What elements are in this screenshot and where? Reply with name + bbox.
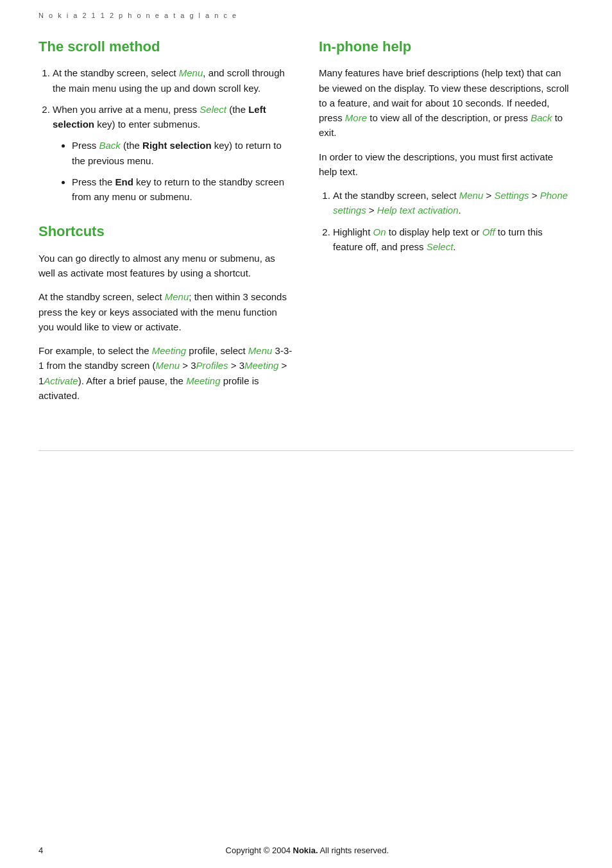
profiles-link: Profiles	[196, 360, 228, 371]
meeting-link-3: Meeting	[186, 375, 220, 386]
inphone-list-item-2: Highlight On to display help text or Off…	[333, 225, 574, 255]
shortcuts-title: Shortcuts	[38, 223, 293, 240]
shortcuts-section: Shortcuts You can go directly to almost …	[38, 223, 293, 403]
left-selection-label: Left selection	[53, 104, 266, 130]
inphone-para-1: Many features have brief descriptions (h…	[319, 65, 574, 140]
scroll-sublist-item-1: Press Back (the Right selection key) to …	[72, 138, 293, 168]
settings-link: Settings	[494, 190, 529, 201]
nokia-bold: Nokia.	[293, 846, 318, 855]
footer-divider	[38, 450, 574, 451]
select-link-2: Select	[427, 241, 454, 252]
page-header: N o k i a 2 1 1 2 p h o n e a t a g l a …	[0, 0, 612, 26]
meeting-link-2: Meeting	[244, 360, 278, 371]
end-key-label: End	[115, 176, 133, 187]
header-text: N o k i a 2 1 1 2 p h o n e a t a g l a …	[38, 12, 238, 19]
menu-link-5: Menu	[459, 190, 484, 201]
footer-right-spacer	[571, 846, 574, 855]
back-link-1: Back	[99, 140, 121, 151]
page-number: 4	[38, 846, 43, 855]
shortcuts-para-2: At the standby screen, select Menu; then…	[38, 289, 293, 334]
scroll-list-item-1: At the standby screen, select Menu, and …	[53, 65, 293, 96]
inphone-para-2: In order to view the descriptions, you m…	[319, 149, 574, 180]
scroll-method-list: At the standby screen, select Menu, and …	[53, 65, 293, 204]
back-link-2: Back	[531, 112, 552, 123]
activate-link: Activate	[44, 375, 78, 386]
inphone-list: At the standby screen, select Menu > Set…	[333, 188, 574, 254]
scroll-list-item-2: When you arrive at a menu, press Select …	[53, 102, 293, 205]
scroll-sublist-item-2: Press the End key to return to the stand…	[72, 174, 293, 205]
shortcuts-para-3: For example, to select the Meeting profi…	[38, 343, 293, 403]
scroll-sublist: Press Back (the Right selection key) to …	[72, 138, 293, 204]
shortcuts-para-1: You can go directly to almost any menu o…	[38, 251, 293, 281]
right-column: In-phone help Many features have brief d…	[319, 32, 574, 412]
right-selection-label: Right selection	[142, 140, 212, 151]
menu-link-2: Menu	[165, 291, 189, 302]
inphone-help-title: In-phone help	[319, 38, 574, 55]
select-link-1: Select	[200, 104, 226, 115]
scroll-method-title: The scroll method	[38, 38, 293, 55]
menu-link-4: Menu	[156, 360, 180, 371]
meeting-link-1: Meeting	[152, 345, 186, 356]
on-link: On	[373, 226, 386, 237]
inphone-help-section: In-phone help Many features have brief d…	[319, 38, 574, 254]
menu-link-3: Menu	[248, 345, 273, 356]
menu-link-1: Menu	[179, 67, 203, 78]
page-footer: 4 Copyright © 2004 Nokia. All rights res…	[0, 846, 612, 855]
copyright-text: Copyright © 2004 Nokia. All rights reser…	[43, 846, 571, 855]
inphone-list-item-1: At the standby screen, select Menu > Set…	[333, 188, 574, 218]
help-text-activation-link: Help text activation	[377, 205, 459, 216]
off-link: Off	[482, 226, 495, 237]
scroll-method-section: The scroll method At the standby screen,…	[38, 38, 293, 204]
content-area: The scroll method At the standby screen,…	[0, 26, 612, 450]
left-column: The scroll method At the standby screen,…	[38, 32, 293, 412]
more-link: More	[345, 112, 367, 123]
